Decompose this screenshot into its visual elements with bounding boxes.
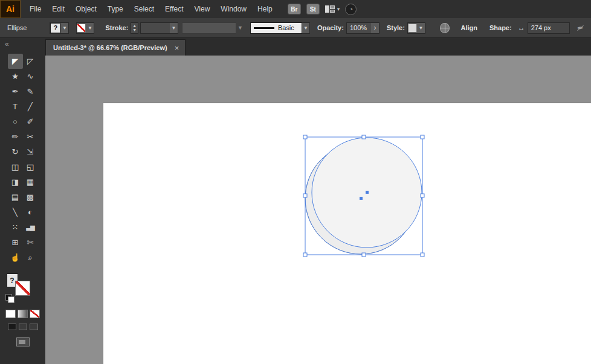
color-mode-buttons xyxy=(5,310,40,318)
gradient-button[interactable] xyxy=(18,310,28,318)
none-button[interactable] xyxy=(30,310,40,318)
menu-object[interactable]: Object xyxy=(70,0,102,18)
stroke-weight-stepper[interactable]: ▲ ▼ xyxy=(131,22,138,34)
pencil-tool[interactable]: ✏ xyxy=(8,129,23,144)
stroke-preview-line xyxy=(254,27,274,29)
draw-inside-button[interactable] xyxy=(30,324,38,330)
hand-tool[interactable]: ☝ xyxy=(8,250,23,265)
chevron-down-icon: ▼ xyxy=(417,23,425,33)
line-segment-tool[interactable]: ╱ xyxy=(23,99,38,114)
shape-width-field[interactable]: 274 px xyxy=(528,22,570,34)
default-fill-stroke-icon[interactable] xyxy=(5,294,12,301)
stock-button[interactable]: St xyxy=(306,4,320,14)
lasso-tool[interactable]: ∿ xyxy=(23,69,38,84)
mesh-tool[interactable]: ▤ xyxy=(8,190,23,205)
collapse-panel-icon[interactable]: « xyxy=(0,38,9,49)
stroke-weight-value[interactable] xyxy=(141,22,170,34)
draw-behind-button[interactable] xyxy=(19,324,27,330)
style-label[interactable]: Style: xyxy=(387,24,405,31)
stroke-weight-dropdown[interactable]: ▼ xyxy=(140,22,178,34)
menubar: Ai File Edit Object Type Select Effect V… xyxy=(0,0,591,18)
menubar-right-cluster: Br St ▾ ◔ xyxy=(288,4,357,15)
rotate-tool[interactable]: ↻ xyxy=(8,144,23,159)
menu-select[interactable]: Select xyxy=(129,0,160,18)
menu-file[interactable]: File xyxy=(24,0,47,18)
context-label: Ellipse xyxy=(7,24,27,31)
menu-window[interactable]: Window xyxy=(215,0,252,18)
selection-handle[interactable] xyxy=(303,253,307,257)
selection-handle[interactable] xyxy=(362,135,366,139)
fill-variant-dropdown[interactable]: ? ▼ xyxy=(50,22,69,34)
perspective-grid-tool[interactable]: ▦ xyxy=(23,174,38,190)
eyedropper-tool[interactable]: ╲ xyxy=(8,205,23,220)
tab-strip: Untitled-3* @ 66.67% (RGB/Preview) × xyxy=(45,38,591,56)
brush-definition-field xyxy=(182,22,236,34)
free-transform-tool[interactable]: ◱ xyxy=(23,159,38,174)
curvature-tool[interactable]: ✎ xyxy=(23,84,38,99)
opacity-value[interactable]: 100% xyxy=(347,22,371,34)
menu-help[interactable]: Help xyxy=(252,0,278,18)
type-tool[interactable]: T xyxy=(8,99,23,114)
main-menu: File Edit Object Type Select Effect View… xyxy=(24,0,278,18)
document-tab[interactable]: Untitled-3* @ 66.67% (RGB/Preview) × xyxy=(45,39,186,56)
stroke-style-dropdown[interactable]: Basic ▼ xyxy=(250,22,310,34)
selection-handle[interactable] xyxy=(362,253,366,257)
opacity-label[interactable]: Opacity: xyxy=(317,24,344,31)
screen-mode-button[interactable] xyxy=(16,337,30,346)
stepper-up-icon[interactable]: ▲ xyxy=(132,24,137,28)
zoom-tool[interactable]: ⌕ xyxy=(23,250,38,265)
selection-handle[interactable] xyxy=(421,135,424,139)
direct-selection-tool[interactable]: ◸ xyxy=(23,54,38,69)
recolor-artwork-icon[interactable] xyxy=(440,23,450,33)
stroke-color-dropdown[interactable]: ▼ xyxy=(76,22,94,34)
stepper-down-icon[interactable]: ▼ xyxy=(132,28,137,32)
selection-handle[interactable] xyxy=(421,253,424,257)
menu-edit[interactable]: Edit xyxy=(47,0,70,18)
graphic-style-dropdown[interactable]: ▼ xyxy=(407,22,425,34)
pen-tool[interactable]: ✒ xyxy=(8,84,23,99)
artboard-tool[interactable]: ⊞ xyxy=(8,235,23,250)
gradient-tool[interactable]: ▩ xyxy=(23,190,38,205)
opacity-arrow-icon[interactable]: › xyxy=(371,23,379,33)
magic-wand-tool[interactable]: ★ xyxy=(8,69,23,84)
center-point[interactable] xyxy=(360,197,363,200)
color-button[interactable] xyxy=(5,310,16,318)
workspace-icon xyxy=(325,5,335,13)
blend-tool[interactable]: ◐ xyxy=(23,205,38,220)
scissors-tool[interactable]: ✂ xyxy=(23,129,38,144)
selection-handle[interactable] xyxy=(421,194,424,197)
ellipse-tool[interactable]: ○ xyxy=(8,114,23,129)
menu-type[interactable]: Type xyxy=(102,0,129,18)
symbol-sprayer-tool[interactable]: ⁙ xyxy=(8,220,23,235)
selection-handle[interactable] xyxy=(303,194,307,197)
stroke-label[interactable]: Stroke: xyxy=(105,24,128,31)
stroke-none-swatch xyxy=(77,24,86,33)
app-logo[interactable]: Ai xyxy=(0,0,21,18)
align-label[interactable]: Align xyxy=(460,24,477,31)
width-tool[interactable]: ◫ xyxy=(8,159,23,174)
draw-normal-button[interactable] xyxy=(8,324,16,330)
bridge-button[interactable]: Br xyxy=(288,4,301,14)
close-icon[interactable]: × xyxy=(175,43,179,53)
sync-status-icon[interactable]: ◔ xyxy=(345,4,357,15)
selection-tool[interactable]: ◤ xyxy=(8,54,23,69)
center-point[interactable] xyxy=(366,191,369,194)
menu-view[interactable]: View xyxy=(189,0,216,18)
paintbrush-tool[interactable]: ✐ xyxy=(23,114,38,129)
stroke-proxy-none-swatch[interactable] xyxy=(15,281,30,296)
opacity-dropdown[interactable]: 100% › xyxy=(346,22,379,34)
canvas[interactable] xyxy=(45,56,591,364)
chevron-down-icon: ▼ xyxy=(302,22,310,34)
pen-disabled-icon: ✒ xyxy=(577,24,584,33)
selection-handle[interactable] xyxy=(303,135,307,139)
slice-tool[interactable]: ✄ xyxy=(23,235,38,250)
selection-overlay xyxy=(45,56,591,364)
scale-tool[interactable]: ⇲ xyxy=(23,144,38,159)
workspace-switcher[interactable]: ▾ xyxy=(325,5,340,13)
question-icon: ? xyxy=(50,23,60,33)
shape-builder-tool[interactable]: ◨ xyxy=(8,174,23,190)
control-bar: Ellipse ? ▼ ▼ Stroke: ▲ ▼ ▼ ▼ Basic ▼ Op xyxy=(0,18,591,38)
shape-label[interactable]: Shape: xyxy=(489,24,512,31)
column-graph-tool[interactable]: ▃▆ xyxy=(23,220,38,235)
menu-effect[interactable]: Effect xyxy=(160,0,189,18)
